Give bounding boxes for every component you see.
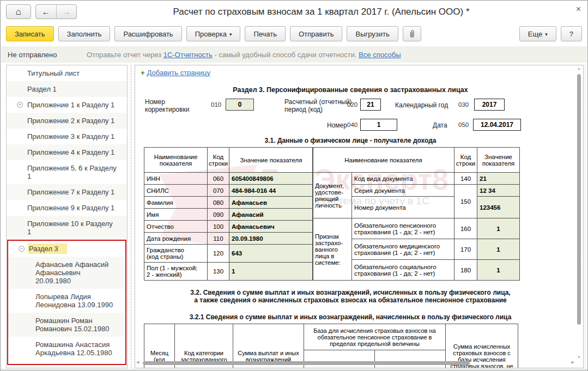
page-title: Расчет по страховым взносам за 1 квартал…	[77, 7, 566, 17]
check-button[interactable]: Проверка▾	[186, 26, 241, 41]
sidebar-item-appendix7[interactable]: Приложение 7 к Разделу 1	[7, 184, 127, 200]
app-window: { "icons":{"home":"⌂","back":"←","forwar…	[0, 0, 588, 371]
plus-icon: +	[141, 69, 145, 77]
status-message: Отправьте отчет через 1С-Отчетность - са…	[87, 51, 401, 59]
field-020-code: 020	[347, 101, 357, 108]
field-020-input[interactable]: 21	[360, 99, 381, 111]
sidebar-item-appendix4[interactable]: Приложение 4 к Разделу 1	[7, 144, 127, 160]
toolbar: Записать Заполнить Расшифровать Проверка…	[6, 26, 421, 41]
table-row: Фамилия080Афанасьев	[144, 197, 313, 209]
back-icon: ←	[42, 7, 50, 16]
sidebar-person-afanasev[interactable]: Афанасьев Афанасий Афанасьевич 20.09.198…	[8, 257, 125, 289]
paperclip-icon	[409, 29, 415, 38]
sidebar-person-romashkina[interactable]: Ромашкина Анастасия Аркадьевна 12.05.198…	[8, 337, 125, 361]
home-icon: ⌂	[16, 7, 21, 17]
vertical-scrollbar[interactable]: ▲ ▼	[576, 66, 582, 359]
window-bottom-divider	[1, 369, 587, 370]
sidebar-person-lopyreva[interactable]: Лопырева Лидия Леонидовна 13.09.1990	[8, 289, 125, 313]
print-button[interactable]: Печать	[245, 26, 286, 41]
sidebar-item-section3[interactable]: −Раздел 3	[8, 241, 125, 257]
close-icon[interactable]: ×	[576, 5, 581, 14]
sidebar-person-romashkin[interactable]: Ромашкин Роман Романович 15.02.1980	[8, 313, 125, 337]
save-button[interactable]: Записать	[6, 26, 54, 41]
field-010-label: Номер корректировки	[145, 98, 202, 113]
status-badge: Не отправлено	[8, 51, 87, 59]
more-button[interactable]: Еще▾	[519, 26, 556, 41]
sidebar-splitter[interactable]	[131, 65, 131, 368]
field-030-input[interactable]: 2017	[474, 99, 505, 111]
field-050-label: Дата	[433, 121, 447, 129]
sidebar-item-appendix9[interactable]: Приложение 9 к Разделу 1	[7, 200, 127, 216]
horizontal-scrollbar-thumb[interactable]	[143, 361, 470, 365]
table-3-1-right: Наименование показателяКод строкиЗначени…	[312, 147, 520, 281]
sidebar-item-appendix1[interactable]: +Приложение 1 к Разделу 1	[7, 97, 127, 113]
field-010-input[interactable]: 0	[226, 99, 254, 111]
add-page-link[interactable]: +Добавить страницу	[141, 69, 210, 77]
history-nav: ← →	[35, 4, 77, 19]
scroll-left-icon[interactable]: ◀	[136, 360, 139, 364]
send-button[interactable]: Отправить	[290, 26, 342, 41]
table-row: Документ, удостове- ряющий личностьКод в…	[313, 173, 520, 185]
table-row: СНИЛС070484-984-016 44	[144, 185, 313, 197]
table-row: Дата рождения11020.09.1980	[144, 233, 313, 245]
col-base: База для исчисления страховых взносов на…	[304, 324, 446, 350]
table-row: Гражданство (код страны)120643	[144, 245, 313, 263]
sidebar-item-section1[interactable]: Раздел 1	[7, 81, 127, 97]
fill-button[interactable]: Заполнить	[58, 26, 111, 41]
scroll-down-icon[interactable]: ▼	[576, 355, 582, 359]
right-splitter	[585, 65, 585, 368]
sidebar-item-appendix3[interactable]: Приложение 3 к Разделу 1	[7, 129, 127, 144]
field-040-input[interactable]: 1	[360, 119, 397, 131]
sidebar-item-appendix2[interactable]: Приложение 2 к Разделу 1	[7, 113, 127, 129]
forward-button[interactable]: →	[57, 5, 77, 19]
section32-title: 3.2. Сведения о сумме выплат и иных возн…	[135, 289, 566, 304]
collapse-icon[interactable]: −	[19, 246, 25, 252]
sidebar-item-title-page[interactable]: Титульный лист	[7, 65, 127, 81]
table-row: Отчество100Афанасьевич	[144, 221, 313, 233]
back-button[interactable]: ←	[36, 5, 57, 19]
field-030-code: 030	[458, 101, 469, 108]
field-040-label: Номер	[327, 121, 347, 129]
horizontal-scrollbar[interactable]: ◀ ▶	[136, 360, 574, 366]
table-3-1-left: Наименование показателяКод строкиЗначени…	[144, 147, 313, 281]
attachments-button[interactable]	[403, 26, 421, 41]
status-bar: Не отправлено Отправьте отчет через 1С-О…	[1, 46, 587, 63]
vertical-scrollbar-thumb[interactable]	[577, 74, 581, 325]
field-040-code: 040	[347, 121, 357, 128]
home-button[interactable]: ⌂	[6, 4, 31, 19]
table-row: Признак застрахо- ванного лица в системе…	[313, 218, 520, 239]
scroll-up-icon[interactable]: ▲	[576, 66, 582, 70]
help-button[interactable]: ?	[561, 26, 582, 41]
sidebar-item-appendix5-6[interactable]: Приложения 5, 6 к Разделу 1	[7, 160, 127, 184]
field-010-code: 010	[211, 101, 221, 108]
sidebar-item-appendix10[interactable]: Приложение 10 к Разделу 1	[7, 216, 127, 240]
chevron-down-icon: ▾	[545, 32, 548, 37]
field-050-code: 050	[458, 121, 469, 128]
section3-highlight-box: −Раздел 3 Афанасьев Афанасий Афанасьевич…	[7, 240, 126, 365]
all-methods-link[interactable]: Все способы	[359, 51, 401, 59]
field-020-label: Расчетный (отчетный) период (код)	[284, 98, 355, 113]
1c-reporting-link[interactable]: 1С-Отчетность	[163, 51, 213, 59]
section3-title: Раздел 3. Персонифицированные сведения о…	[135, 86, 566, 94]
table-row: ИНН060605400849806	[144, 173, 313, 185]
export-button[interactable]: Выгрузить	[347, 26, 398, 41]
field-050-input[interactable]: 12.04.2017	[473, 119, 521, 131]
table-row: Имя090Афанасий	[144, 209, 313, 221]
toolbar-right: Еще▾ ?	[519, 26, 582, 41]
section321-title: 3.2.1 Сведения о сумме выплат и иных воз…	[135, 313, 566, 321]
forward-icon: →	[62, 7, 70, 16]
scroll-right-icon[interactable]: ▶	[572, 360, 574, 364]
chevron-down-icon: ▾	[229, 32, 232, 37]
decrypt-button[interactable]: Расшифровать	[114, 26, 181, 41]
report-form-panel: БухЭксперт8 справочная система по учету …	[135, 65, 584, 368]
table-row: Пол (1 - мужской; 2 - женский)1301	[144, 263, 313, 281]
field-030-label: Календарный год	[395, 101, 448, 109]
sections-sidebar: Титульный лист Раздел 1 +Приложение 1 к …	[6, 65, 128, 368]
section31-title: 3.1. Данные о физическом лице - получате…	[135, 137, 566, 144]
expand-icon[interactable]: +	[17, 102, 23, 108]
